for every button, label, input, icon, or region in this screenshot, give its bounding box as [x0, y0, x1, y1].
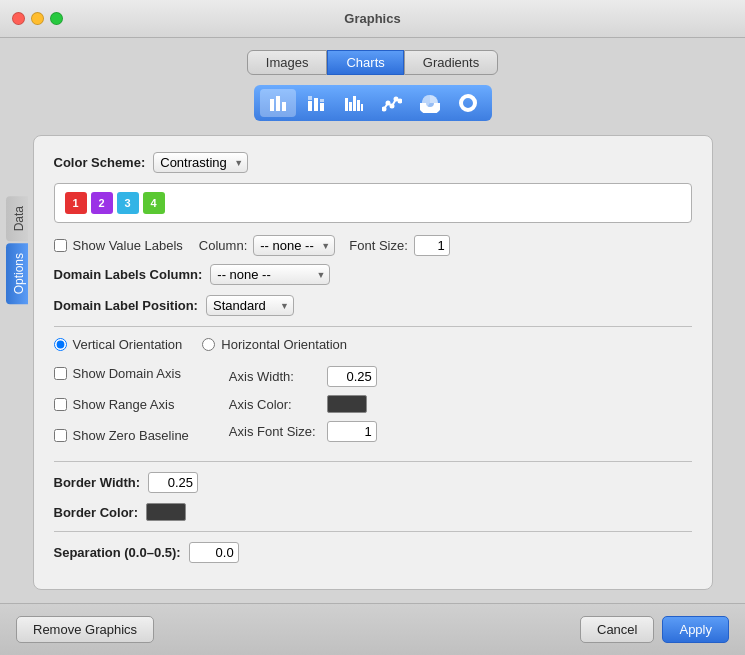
horizontal-orientation-label: Horizontal Orientation [221, 337, 347, 352]
svg-rect-11 [357, 100, 360, 111]
divider-2 [54, 461, 692, 462]
show-range-axis-label: Show Range Axis [73, 397, 175, 412]
svg-point-14 [386, 102, 389, 105]
show-value-labels-checkbox[interactable] [54, 239, 67, 252]
title-bar: Graphics [0, 0, 745, 38]
swatch-2[interactable]: 2 [91, 192, 113, 214]
axis-font-size-row: Axis Font Size: [229, 421, 377, 442]
svg-rect-1 [276, 96, 280, 111]
color-scheme-row: Color Scheme: Contrasting Cool Warm [54, 152, 692, 173]
show-value-labels-label: Show Value Labels [73, 238, 183, 253]
horizontal-orientation-option[interactable]: Horizontal Orientation [202, 337, 347, 352]
axis-color-swatch[interactable] [327, 395, 367, 413]
border-color-row: Border Color: [54, 503, 692, 521]
show-domain-axis-checkbox[interactable] [54, 367, 67, 380]
border-color-swatch[interactable] [146, 503, 186, 521]
horizontal-radio[interactable] [202, 338, 215, 351]
color-scheme-select-wrap[interactable]: Contrasting Cool Warm [153, 152, 248, 173]
options-tab[interactable]: Options [6, 243, 28, 304]
svg-rect-2 [282, 102, 286, 111]
axis-color-label: Axis Color: [229, 397, 319, 412]
show-zero-baseline-label: Show Zero Baseline [73, 428, 189, 443]
svg-point-15 [390, 105, 393, 108]
swatches-box: 1 2 3 4 [54, 183, 692, 223]
border-width-row: Border Width: [54, 472, 692, 493]
show-range-axis-checkbox[interactable] [54, 398, 67, 411]
svg-rect-6 [320, 103, 324, 111]
vertical-orientation-option[interactable]: Vertical Orientation [54, 337, 183, 352]
ring-chart-icon[interactable] [450, 89, 486, 117]
show-zero-baseline-checkbox[interactable] [54, 429, 67, 442]
main-content: Images Charts Gradients [0, 38, 745, 603]
svg-rect-7 [320, 99, 324, 102]
vertical-radio[interactable] [54, 338, 67, 351]
domain-labels-select-wrap[interactable]: -- none -- [210, 264, 330, 285]
panel: Data Options Color Scheme: Contrasting C… [33, 135, 713, 590]
data-tab[interactable]: Data [6, 196, 28, 241]
color-scheme-select[interactable]: Contrasting Cool Warm [153, 152, 248, 173]
grouped-bar-icon[interactable] [336, 89, 372, 117]
separation-input[interactable] [189, 542, 239, 563]
axis-width-input[interactable] [327, 366, 377, 387]
tab-gradients[interactable]: Gradients [404, 50, 498, 75]
bar-chart-icon[interactable] [260, 89, 296, 117]
column-label: Column: [199, 238, 247, 253]
svg-point-16 [394, 98, 397, 101]
tab-row: Images Charts Gradients [247, 50, 498, 75]
side-tabs: Data Options [6, 196, 28, 307]
show-domain-axis-row: Show Domain Axis [54, 366, 189, 381]
axis-font-size-label: Axis Font Size: [229, 424, 319, 439]
show-range-axis-row: Show Range Axis [54, 397, 189, 412]
border-width-label: Border Width: [54, 475, 141, 490]
domain-label-position-row: Domain Label Position: Standard Staggere… [54, 295, 692, 316]
bottom-bar: Remove Graphics Cancel Apply [0, 603, 745, 655]
axis-color-row: Axis Color: [229, 395, 377, 413]
tab-charts[interactable]: Charts [327, 50, 403, 75]
svg-point-13 [382, 108, 385, 111]
column-select-wrap[interactable]: -- none -- [253, 235, 335, 256]
pie-chart-icon[interactable] [412, 89, 448, 117]
svg-rect-4 [308, 96, 312, 100]
window-title: Graphics [344, 11, 400, 26]
vertical-orientation-label: Vertical Orientation [73, 337, 183, 352]
axis-width-row: Axis Width: [229, 366, 377, 387]
right-buttons: Cancel Apply [580, 616, 729, 643]
svg-rect-8 [345, 98, 348, 111]
domain-label-position-select[interactable]: Standard Staggered Slanted [206, 295, 294, 316]
domain-labels-select[interactable]: -- none -- [210, 264, 330, 285]
color-scheme-label: Color Scheme: [54, 155, 146, 170]
stacked-bar-icon[interactable] [298, 89, 334, 117]
font-size-label-inline: Font Size: [349, 238, 408, 253]
maximize-button[interactable] [50, 12, 63, 25]
svg-rect-3 [308, 101, 312, 111]
divider-3 [54, 531, 692, 532]
remove-graphics-button[interactable]: Remove Graphics [16, 616, 154, 643]
axis-font-size-input[interactable] [327, 421, 377, 442]
traffic-lights [12, 12, 63, 25]
divider-1 [54, 326, 692, 327]
domain-label-position-select-wrap[interactable]: Standard Staggered Slanted [206, 295, 294, 316]
svg-point-17 [398, 100, 401, 103]
svg-rect-0 [270, 99, 274, 111]
font-size-input[interactable] [414, 235, 450, 256]
show-zero-baseline-row: Show Zero Baseline [54, 428, 189, 443]
column-select[interactable]: -- none -- [253, 235, 335, 256]
show-value-labels-row: Show Value Labels Column: -- none -- Fon… [54, 235, 692, 256]
domain-labels-row: Domain Labels Column: -- none -- [54, 264, 692, 285]
minimize-button[interactable] [31, 12, 44, 25]
orientation-group: Vertical Orientation Horizontal Orientat… [54, 337, 692, 352]
apply-button[interactable]: Apply [662, 616, 729, 643]
swatch-1[interactable]: 1 [65, 192, 87, 214]
swatch-3[interactable]: 3 [117, 192, 139, 214]
line-chart-icon[interactable] [374, 89, 410, 117]
tab-images[interactable]: Images [247, 50, 328, 75]
swatch-4[interactable]: 4 [143, 192, 165, 214]
cancel-button[interactable]: Cancel [580, 616, 654, 643]
svg-rect-10 [353, 96, 356, 111]
svg-rect-12 [361, 104, 363, 111]
domain-labels-column-label: Domain Labels Column: [54, 267, 203, 282]
axis-width-label: Axis Width: [229, 369, 319, 384]
close-button[interactable] [12, 12, 25, 25]
separation-label: Separation (0.0–0.5): [54, 545, 181, 560]
border-width-input[interactable] [148, 472, 198, 493]
